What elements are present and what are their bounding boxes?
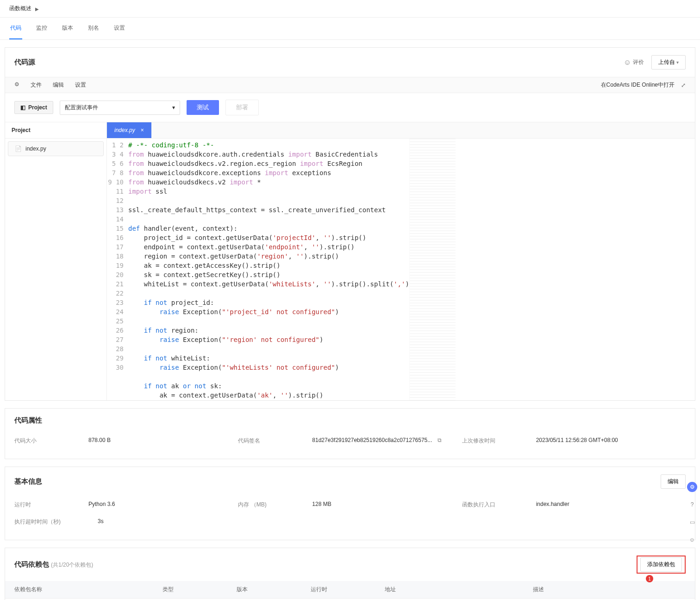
col-name: 依赖包名称 xyxy=(14,586,162,594)
tab-alias[interactable]: 别名 xyxy=(87,18,100,39)
editor-area: index.py × 1 2 3 4 5 6 7 8 9 10 11 12 13… xyxy=(107,122,695,400)
timeout-label: 执行超时时间（秒) xyxy=(14,518,70,526)
tab-monitor[interactable]: 监控 xyxy=(35,18,48,39)
memory-label: 内存 （MB) xyxy=(238,501,284,509)
ide-body: Project index.py index.py × 1 2 3 4 5 6 … xyxy=(5,122,695,400)
memory-value: 128 MB xyxy=(312,501,331,509)
expand-icon[interactable] xyxy=(681,82,686,88)
file-item-index[interactable]: index.py xyxy=(8,141,104,156)
close-tab-icon[interactable]: × xyxy=(141,127,144,133)
gear-icon[interactable] xyxy=(14,81,19,89)
copy-icon[interactable]: ⧉ xyxy=(438,437,442,443)
runtime-value: Python 3.6 xyxy=(88,501,115,509)
code-editor[interactable]: 1 2 3 4 5 6 7 8 9 10 11 12 13 14 15 16 1… xyxy=(107,139,695,400)
deps-count: (共1/20个依赖包) xyxy=(51,561,93,569)
chevron-down-icon: ▾ xyxy=(172,104,175,111)
test-button[interactable]: 测试 xyxy=(187,100,219,115)
minimap[interactable] xyxy=(409,139,456,400)
code-content[interactable]: # -*- coding:utf-8 -*- from huaweiclouds… xyxy=(128,139,409,400)
header-bar: 函数概述 xyxy=(0,0,700,18)
code-source-title: 代码源 xyxy=(14,58,35,67)
modified-value: 2023/05/11 12:56:28 GMT+08:00 xyxy=(536,437,618,445)
file-sidebar: Project index.py xyxy=(5,122,107,400)
file-tabs: index.py × xyxy=(107,122,695,139)
code-size-value: 878.00 B xyxy=(88,437,111,445)
code-attr-section: 代码属性 代码大小 878.00 B 代码签名 81d27e3f291927eb… xyxy=(5,408,695,459)
face-icon[interactable]: ☺ xyxy=(687,535,697,545)
add-dep-button[interactable]: 添加依赖包 xyxy=(640,557,682,572)
note-icon[interactable]: ▭ xyxy=(687,517,697,527)
sidebar-title: Project xyxy=(5,122,106,139)
feedback-link[interactable]: 评价 xyxy=(624,58,644,67)
play-icon[interactable] xyxy=(35,6,39,12)
modified-label: 上次修改时间 xyxy=(462,437,508,445)
smiley-icon xyxy=(624,58,631,67)
project-button[interactable]: ◧ Project xyxy=(14,101,53,114)
deps-section: 代码依赖包 (共1/20个依赖包) 添加依赖包 1 依赖包名称 类型 版本 运行… xyxy=(5,548,695,600)
deploy-button[interactable]: 部署 xyxy=(225,100,259,115)
help-icon[interactable]: ? xyxy=(687,499,697,510)
col-addr: 地址 xyxy=(385,586,533,594)
menu-settings[interactable]: 设置 xyxy=(75,81,86,89)
menu-edit[interactable]: 编辑 xyxy=(53,81,64,89)
test-event-select[interactable]: 配置测试事件 ▾ xyxy=(60,101,180,115)
col-desc: 描述 xyxy=(533,586,686,594)
entry-label: 函数执行入口 xyxy=(462,501,508,509)
code-source-section: 代码源 评价 上传自 文件 编辑 设置 在CodeArts IDE Online… xyxy=(5,47,695,401)
ide-toolbar: 文件 编辑 设置 在CodeArts IDE Online中打开 xyxy=(5,77,695,93)
basic-info-title: 基本信息 xyxy=(14,477,42,486)
float-toolbar: ⚙ ? ▭ ☺ xyxy=(687,482,697,545)
basic-info-section: 基本信息 编辑 运行时 Python 3.6 内存 （MB) 128 MB 函数… xyxy=(5,467,695,540)
col-type: 类型 xyxy=(162,586,237,594)
line-gutter: 1 2 3 4 5 6 7 8 9 10 11 12 13 14 15 16 1… xyxy=(107,139,128,400)
entry-value: index.handler xyxy=(536,501,569,509)
annotation-badge-1: 1 xyxy=(646,575,653,582)
code-sign-label: 代码签名 xyxy=(238,437,284,445)
edit-button[interactable]: 编辑 xyxy=(661,474,686,489)
menu-file[interactable]: 文件 xyxy=(31,81,42,89)
tab-version[interactable]: 版本 xyxy=(61,18,74,39)
open-in-ide-link[interactable]: 在CodeArts IDE Online中打开 xyxy=(601,81,675,89)
upload-from-button[interactable]: 上传自 xyxy=(651,55,686,69)
add-dep-highlight: 添加依赖包 xyxy=(637,556,686,574)
code-sign-value: 81d27e3f291927eb82519260c8a2c071276575..… xyxy=(312,437,441,445)
col-rt: 运行时 xyxy=(311,586,385,594)
col-ver: 版本 xyxy=(237,586,311,594)
controls-bar: ◧ Project 配置测试事件 ▾ 测试 部署 xyxy=(5,93,695,122)
file-icon xyxy=(15,145,22,152)
deps-title: 代码依赖包 (共1/20个依赖包) xyxy=(14,560,93,569)
tabs-bar: 代码 监控 版本 别名 设置 xyxy=(0,18,700,40)
assistant-icon[interactable]: ⚙ xyxy=(687,482,697,492)
overview-label: 函数概述 xyxy=(9,5,31,13)
tab-code[interactable]: 代码 xyxy=(9,18,22,39)
code-size-label: 代码大小 xyxy=(14,437,61,445)
file-tab-index[interactable]: index.py × xyxy=(107,122,151,138)
deps-table-head: 依赖包名称 类型 版本 运行时 地址 描述 xyxy=(5,581,695,599)
timeout-value: 3s xyxy=(98,518,104,526)
tab-settings[interactable]: 设置 xyxy=(113,18,126,39)
code-attr-title: 代码属性 xyxy=(14,416,42,425)
runtime-label: 运行时 xyxy=(14,501,61,509)
